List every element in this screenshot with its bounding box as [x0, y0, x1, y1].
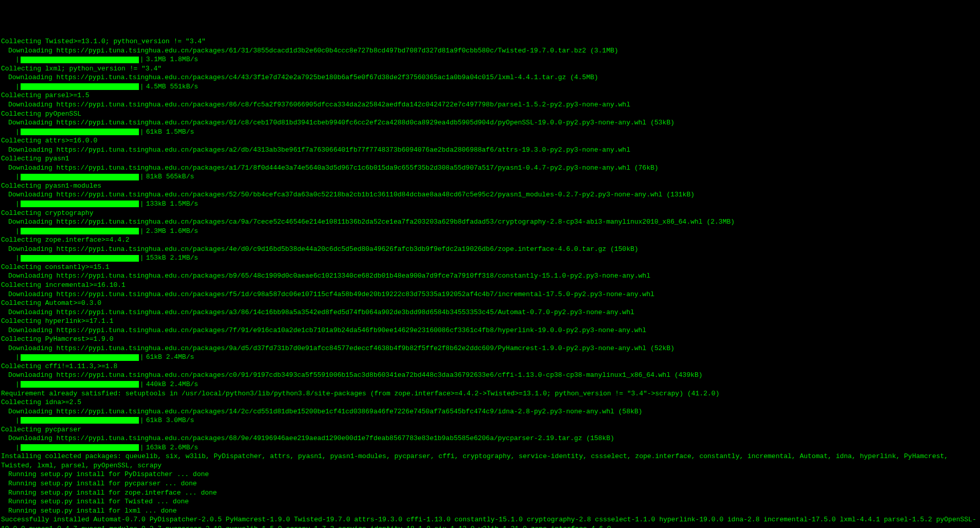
- terminal-line: Successfully installed Automat-0.7.0 PyD…: [1, 515, 979, 528]
- terminal-line: Running setup.py install for PyDispatche…: [1, 470, 979, 479]
- terminal-line: Downloading https://pypi.tuna.tsinghua.e…: [1, 245, 979, 254]
- terminal-line: Collecting constantly>=15.1: [1, 263, 979, 272]
- progress-bar-fill: [21, 228, 139, 234]
- progress-bar-row: ||440kB 2.4MB/s: [1, 380, 979, 389]
- terminal-line: Collecting hyperlink>=17.1.1: [1, 317, 979, 326]
- progress-bar-row: ||81kB 565kB/s: [1, 172, 979, 181]
- progress-bar-fill: [21, 381, 139, 388]
- terminal-line: Collecting idna>=2.5: [1, 398, 979, 407]
- progress-bar-fill: [21, 255, 139, 262]
- terminal-line: Downloading https://pypi.tuna.tsinghua.e…: [1, 326, 979, 335]
- terminal-output[interactable]: Collecting Twisted>=13.1.0; python_versi…: [1, 37, 979, 528]
- terminal-line: Downloading https://pypi.tuna.tsinghua.e…: [1, 190, 979, 199]
- terminal-line: Downloading https://pypi.tuna.tsinghua.e…: [1, 46, 979, 56]
- progress-bar-row: ||61kB 1.5MB/s: [1, 128, 979, 137]
- terminal-line: Collecting Twisted>=13.1.0; python_versi…: [1, 37, 979, 46]
- terminal-line: Collecting pyOpenSSL: [1, 110, 979, 119]
- terminal-line: Downloading https://pypi.tuna.tsinghua.e…: [1, 73, 979, 82]
- progress-text: 163kB 2.6MB/s: [146, 443, 198, 452]
- terminal-line: Downloading https://pypi.tuna.tsinghua.e…: [1, 434, 979, 443]
- progress-text: 153kB 2.1MB/s: [146, 253, 198, 263]
- terminal-line: Downloading https://pypi.tuna.tsinghua.e…: [1, 271, 979, 281]
- progress-text: 3.1MB 1.8MB/s: [146, 55, 198, 64]
- progress-bar-fill: [21, 57, 139, 63]
- terminal-line: Collecting zope.interface>=4.4.2: [1, 235, 979, 245]
- terminal-line: Collecting parsel>=1.5: [1, 91, 979, 100]
- progress-bar-fill: [21, 129, 139, 135]
- terminal-line: Collecting pyasn1-modules: [1, 181, 979, 191]
- terminal-line: Collecting incremental>=16.10.1: [1, 281, 979, 290]
- terminal-line: Collecting cryptography: [1, 209, 979, 218]
- terminal-line: Installing collected packages: queuelib,…: [1, 452, 979, 470]
- terminal-line: Downloading https://pypi.tuna.tsinghua.e…: [1, 118, 979, 128]
- progress-bar-fill: [21, 201, 139, 207]
- terminal-line: Requirement already satisfied: setuptool…: [1, 389, 979, 398]
- progress-bar-row: ||4.5MB 551kB/s: [1, 82, 979, 92]
- terminal-line: Collecting lxml; python_version != "3.4": [1, 64, 979, 74]
- progress-bar-fill: [21, 444, 139, 451]
- progress-bar-row: ||133kB 1.5MB/s: [1, 199, 979, 209]
- terminal-line: Downloading https://pypi.tuna.tsinghua.e…: [1, 344, 979, 353]
- progress-bar-row: ||3.1MB 1.8MB/s: [1, 55, 979, 64]
- terminal-line: Collecting PyHamcrest>=1.9.0: [1, 335, 979, 344]
- terminal-line: Collecting cffi!=1.11.3,>=1.8: [1, 362, 979, 371]
- progress-bar-fill: [21, 83, 139, 90]
- progress-text: 61kB 1.5MB/s: [146, 128, 194, 137]
- terminal-line: Downloading https://pypi.tuna.tsinghua.e…: [1, 308, 979, 317]
- terminal-line: Downloading https://pypi.tuna.tsinghua.e…: [1, 217, 979, 227]
- progress-text: 81kB 565kB/s: [146, 172, 194, 181]
- terminal-line: Downloading https://pypi.tuna.tsinghua.e…: [1, 407, 979, 416]
- progress-text: 61kB 3.0MB/s: [146, 416, 194, 425]
- terminal-line: Downloading https://pypi.tuna.tsinghua.e…: [1, 145, 979, 155]
- progress-text: 133kB 1.5MB/s: [146, 199, 198, 209]
- progress-bar-row: ||61kB 3.0MB/s: [1, 416, 979, 425]
- terminal-line: Downloading https://pypi.tuna.tsinghua.e…: [1, 163, 979, 173]
- progress-text: 440kB 2.4MB/s: [146, 380, 198, 389]
- progress-bar-row: ||153kB 2.1MB/s: [1, 253, 979, 263]
- terminal-line: Downloading https://pypi.tuna.tsinghua.e…: [1, 290, 979, 299]
- progress-bar-row: ||61kB 2.4MB/s: [1, 353, 979, 362]
- terminal-line: Collecting attrs>=16.0.0: [1, 136, 979, 145]
- progress-bar-fill: [21, 417, 139, 424]
- progress-bar-row: ||163kB 2.6MB/s: [1, 443, 979, 452]
- terminal-line: Downloading https://pypi.tuna.tsinghua.e…: [1, 100, 979, 110]
- progress-text: 61kB 2.4MB/s: [146, 353, 194, 362]
- terminal-line: Running setup.py install for pycparser .…: [1, 479, 979, 488]
- terminal-line: Collecting pyasn1: [1, 154, 979, 163]
- progress-text: 4.5MB 551kB/s: [146, 82, 198, 92]
- progress-text: 2.3MB 1.6MB/s: [146, 227, 198, 236]
- terminal-line: Collecting Automat>=0.3.0: [1, 299, 979, 308]
- terminal-line: Downloading https://pypi.tuna.tsinghua.e…: [1, 371, 979, 380]
- progress-bar-fill: [21, 174, 139, 180]
- terminal-line: Running setup.py install for lxml ... do…: [1, 506, 979, 516]
- progress-bar-row: ||2.3MB 1.6MB/s: [1, 227, 979, 236]
- terminal-line: Running setup.py install for zope.interf…: [1, 488, 979, 498]
- terminal-line: Running setup.py install for Twisted ...…: [1, 497, 979, 506]
- terminal-line: Collecting pycparser: [1, 425, 979, 434]
- progress-bar-fill: [21, 354, 139, 361]
